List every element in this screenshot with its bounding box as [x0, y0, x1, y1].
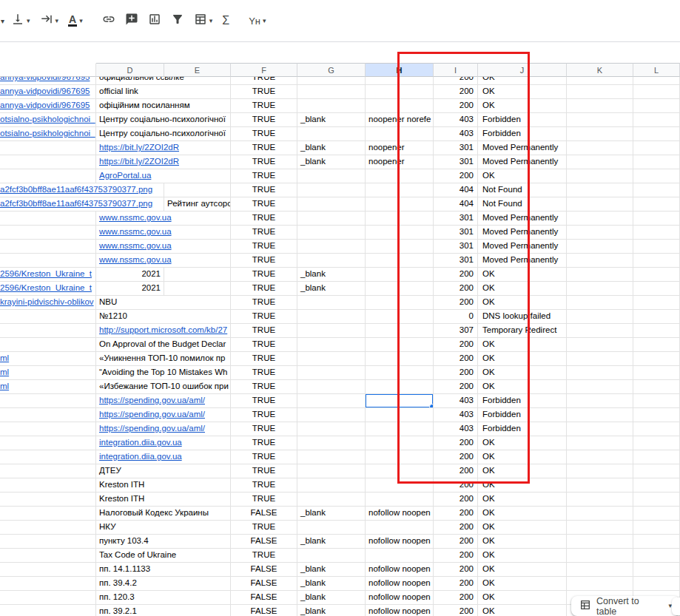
cell-c[interactable]: annya-vidpovidi/967695: [0, 99, 96, 113]
cell-link[interactable]: otsialno-psikhologichnoi_: [0, 129, 95, 138]
pivot-table-button[interactable]: ▾: [190, 10, 217, 32]
cell-i[interactable]: 200: [434, 77, 478, 85]
cell-g[interactable]: _blank: [297, 268, 366, 282]
cell-d[interactable]: Центру соціально-психологічної: [96, 127, 231, 141]
cell-i[interactable]: 301: [434, 240, 478, 254]
cell-c[interactable]: [0, 450, 96, 464]
cell-d[interactable]: NBU: [96, 296, 231, 310]
cell-l[interactable]: [633, 282, 680, 296]
cell-i[interactable]: 200: [434, 352, 478, 366]
cell-f[interactable]: TRUE: [231, 352, 297, 366]
column-header-L[interactable]: L: [633, 63, 680, 77]
cell-j[interactable]: Forbidden: [478, 408, 567, 422]
cell-e[interactable]: [164, 282, 231, 296]
cell-f[interactable]: TRUE: [231, 408, 297, 422]
cell-g[interactable]: [297, 254, 366, 268]
cell-k[interactable]: [567, 77, 633, 85]
cell-k[interactable]: [567, 535, 633, 549]
cell-f[interactable]: TRUE: [231, 226, 297, 240]
cell-j[interactable]: OK: [478, 591, 567, 605]
cell-i[interactable]: 200: [434, 169, 478, 183]
cell-c[interactable]: [0, 141, 96, 155]
text-color-button[interactable]: A ▾: [64, 10, 87, 32]
cell-i[interactable]: 200: [434, 507, 478, 521]
cell-j[interactable]: OK: [478, 563, 567, 577]
cell-d[interactable]: Kreston ITH: [96, 478, 231, 493]
cell-k[interactable]: [567, 366, 633, 380]
cell-k[interactable]: [567, 338, 633, 352]
cell-h[interactable]: [366, 408, 434, 422]
cell-link[interactable]: AgroPortal.ua: [99, 171, 151, 180]
cell-i[interactable]: 301: [434, 254, 478, 268]
column-header-K[interactable]: K: [567, 63, 633, 77]
cell-i[interactable]: 0: [434, 310, 478, 324]
convert-to-table-button[interactable]: Convert to table ▾: [571, 596, 680, 616]
cell-i[interactable]: 301: [434, 226, 478, 240]
cell-i[interactable]: 301: [434, 141, 478, 155]
cell-i[interactable]: 200: [434, 577, 478, 591]
cell-f[interactable]: FALSE: [231, 577, 297, 591]
cell-link[interactable]: www.nssmc.gov.ua: [99, 213, 172, 222]
cell-j[interactable]: OK: [478, 464, 567, 478]
cell-f[interactable]: TRUE: [231, 422, 297, 436]
cell-g[interactable]: [297, 127, 366, 141]
cell-k[interactable]: [567, 226, 633, 240]
cell-f[interactable]: FALSE: [231, 507, 297, 521]
cell-k[interactable]: [567, 352, 633, 366]
cell-j[interactable]: OK: [478, 507, 567, 521]
cell-f[interactable]: TRUE: [231, 324, 297, 338]
cell-h[interactable]: [366, 296, 434, 310]
cell-h[interactable]: [366, 211, 434, 226]
cell-c[interactable]: annya-vidpovidi/967695: [0, 77, 96, 85]
cell-h[interactable]: [366, 366, 434, 380]
cell-k[interactable]: [567, 296, 633, 310]
cell-c[interactable]: [0, 324, 96, 338]
cell-i[interactable]: 301: [434, 211, 478, 226]
cell-g[interactable]: [297, 211, 366, 226]
cell-k[interactable]: [567, 493, 633, 507]
cell-d[interactable]: НКУ: [96, 521, 231, 535]
cell-d[interactable]: On Approval of the Budget Declar: [96, 338, 231, 352]
cell-g[interactable]: [297, 493, 366, 507]
cell-g[interactable]: [297, 240, 366, 254]
cell-g[interactable]: [297, 366, 366, 380]
cell-f[interactable]: TRUE: [231, 436, 297, 450]
cell-h[interactable]: nofollow noopen: [366, 577, 434, 591]
cell-g[interactable]: [297, 85, 366, 99]
cell-k[interactable]: [567, 408, 633, 422]
cell-c[interactable]: a2fcf3b0bff8ae11aaf6f43753790377.png: [0, 197, 164, 211]
column-header-I[interactable]: I: [434, 63, 478, 77]
cell-i[interactable]: 200: [434, 436, 478, 450]
cell-g[interactable]: [297, 183, 366, 197]
cell-i[interactable]: 200: [434, 282, 478, 296]
cell-link[interactable]: ml: [0, 368, 9, 376]
cell-f[interactable]: TRUE: [231, 240, 297, 254]
chevron-down-icon[interactable]: ▾: [0, 17, 4, 25]
cell-d[interactable]: пп. 39.4.2: [96, 577, 231, 591]
cell-j[interactable]: OK: [478, 282, 567, 296]
cell-c[interactable]: otsialno-psikhologichnoi_: [0, 113, 96, 127]
cell-c[interactable]: [0, 394, 96, 408]
cell-c[interactable]: krayini-pidvischiv-oblikov: [0, 296, 96, 310]
cell-h[interactable]: [366, 436, 434, 450]
cell-f[interactable]: TRUE: [231, 310, 297, 324]
cell-i[interactable]: 403: [434, 394, 478, 408]
cell-i[interactable]: 200: [434, 493, 478, 507]
cell-l[interactable]: [633, 464, 680, 478]
cell-h[interactable]: nofollow noopen: [366, 507, 434, 521]
cell-d[interactable]: пункту 103.4: [96, 535, 231, 549]
cell-l[interactable]: [633, 493, 680, 507]
cell-k[interactable]: [567, 380, 633, 394]
cell-l[interactable]: [633, 507, 680, 521]
cell-link[interactable]: krayini-pidvischiv-oblikov: [0, 297, 94, 306]
cell-i[interactable]: 200: [434, 380, 478, 394]
cell-g[interactable]: [297, 226, 366, 240]
cell-f[interactable]: TRUE: [231, 254, 297, 268]
cell-c[interactable]: [0, 591, 96, 605]
cell-c[interactable]: [0, 549, 96, 563]
cell-d[interactable]: www.nssmc.gov.ua: [96, 240, 231, 254]
cell-i[interactable]: 403: [434, 408, 478, 422]
cell-h[interactable]: [366, 77, 434, 85]
cell-f[interactable]: FALSE: [231, 563, 297, 577]
cell-h[interactable]: [366, 127, 434, 141]
